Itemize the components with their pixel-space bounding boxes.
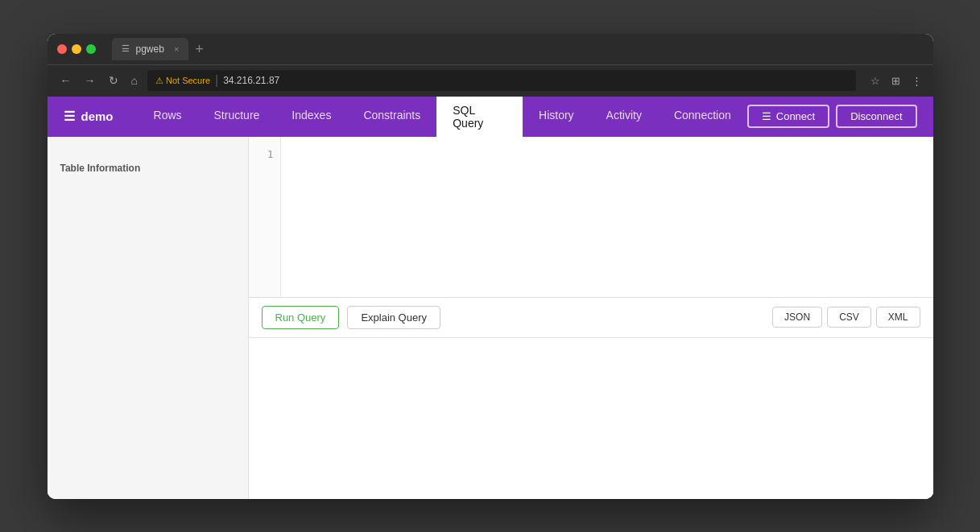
table-info-label: Table Information: [48, 150, 248, 180]
maximize-window-button[interactable]: [86, 44, 96, 54]
traffic-lights: [57, 44, 96, 54]
line-number-1: 1: [255, 146, 274, 163]
tab-structure[interactable]: Structure: [198, 97, 276, 137]
nav-actions: ☰ Connect Disconnect: [747, 105, 917, 128]
run-query-button[interactable]: Run Query: [262, 306, 340, 329]
disconnect-button[interactable]: Disconnect: [836, 105, 916, 128]
tab-bar: ☰ pgweb × +: [112, 38, 924, 60]
tab-activity[interactable]: Activity: [590, 97, 658, 137]
address-input[interactable]: ⚠ Not Secure | 34.216.21.87: [147, 70, 856, 91]
back-button[interactable]: ←: [57, 72, 75, 89]
csv-format-button[interactable]: CSV: [827, 307, 871, 328]
close-window-button[interactable]: [57, 44, 67, 54]
tab-sql-query[interactable]: SQL Query: [436, 97, 523, 137]
editor-area: 1 Run Query Explain Query JSON CSV XML: [249, 137, 933, 499]
address-text: 34.216.21.87: [223, 75, 279, 86]
main-content: Table Information 1 Run Query Explain Qu…: [48, 137, 933, 499]
connect-button[interactable]: ☰ Connect: [747, 105, 829, 128]
format-buttons: JSON CSV XML: [772, 307, 920, 328]
tab-favicon: ☰: [122, 43, 130, 54]
minimize-window-button[interactable]: [72, 44, 81, 54]
tab-indexes[interactable]: Indexes: [275, 97, 347, 137]
security-warning: ⚠ Not Secure: [155, 76, 210, 86]
tab-close-button[interactable]: ×: [174, 44, 179, 54]
line-numbers: 1: [249, 137, 281, 297]
address-divider: |: [215, 73, 218, 88]
query-toolbar: Run Query Explain Query JSON CSV XML: [249, 298, 933, 338]
tab-history[interactable]: History: [523, 97, 590, 137]
logo-icon: ☰: [64, 109, 75, 124]
tab-constraints[interactable]: Constraints: [347, 97, 436, 137]
connect-icon: ☰: [762, 110, 771, 122]
app-logo: ☰ demo: [64, 109, 114, 124]
xml-format-button[interactable]: XML: [876, 307, 920, 328]
bookmark-button[interactable]: ☆: [869, 73, 882, 89]
results-area: [249, 338, 933, 499]
new-tab-button[interactable]: +: [188, 42, 210, 56]
logo-text: demo: [81, 109, 114, 123]
app-container: ☰ demo Rows Structure Indexes Constraint…: [48, 97, 933, 499]
sql-editor[interactable]: [281, 137, 933, 297]
nav-tabs: Rows Structure Indexes Constraints SQL Q…: [138, 97, 747, 137]
cast-button[interactable]: ⊞: [890, 73, 902, 89]
reload-button[interactable]: ↻: [105, 72, 122, 89]
json-format-button[interactable]: JSON: [772, 307, 822, 328]
browser-window: ☰ pgweb × + ← → ↻ ⌂ ⚠ Not Secure | 34.21…: [48, 34, 933, 499]
tab-title: pgweb: [136, 43, 164, 55]
address-bar: ← → ↻ ⌂ ⚠ Not Secure | 34.216.21.87 ☆ ⊞ …: [48, 64, 933, 97]
title-bar: ☰ pgweb × +: [48, 34, 933, 64]
menu-button[interactable]: ⋮: [910, 73, 924, 89]
home-button[interactable]: ⌂: [128, 72, 141, 89]
tab-connection[interactable]: Connection: [658, 97, 747, 137]
explain-query-button[interactable]: Explain Query: [347, 306, 440, 329]
security-text: Not Secure: [166, 76, 210, 85]
tab-rows[interactable]: Rows: [138, 97, 198, 137]
connect-label: Connect: [776, 110, 815, 122]
code-editor: 1: [249, 137, 933, 298]
warning-icon: ⚠: [155, 76, 163, 86]
browser-tab[interactable]: ☰ pgweb ×: [112, 38, 189, 60]
forward-button[interactable]: →: [81, 72, 99, 89]
nav-bar: ☰ demo Rows Structure Indexes Constraint…: [48, 97, 933, 137]
sidebar: Table Information: [48, 137, 249, 499]
browser-toolbar-icons: ☆ ⊞ ⋮: [869, 73, 924, 89]
